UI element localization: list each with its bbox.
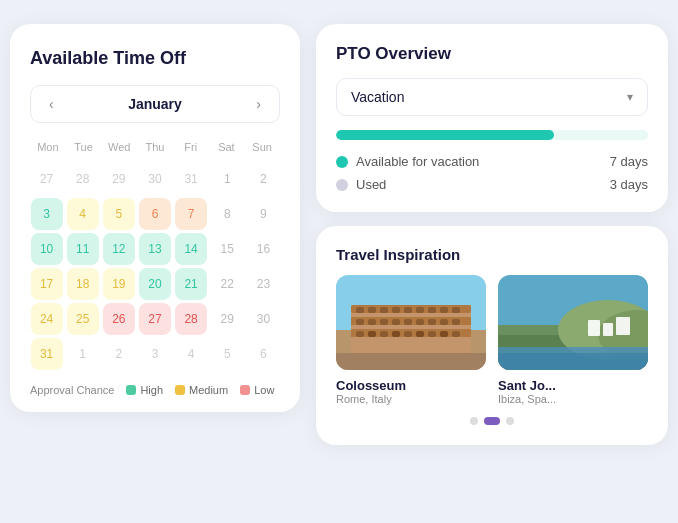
day-cell[interactable]: 18 (67, 268, 99, 300)
day-cell[interactable]: 3 (31, 198, 63, 230)
day-cell[interactable]: 9 (247, 198, 279, 230)
day-cell[interactable]: 7 (175, 198, 207, 230)
svg-rect-24 (356, 331, 364, 337)
pto-stat-row-0: Available for vacation7 days (336, 154, 648, 169)
day-cell[interactable]: 4 (67, 198, 99, 230)
svg-rect-33 (336, 353, 486, 370)
day-header-mon: Mon (30, 137, 66, 157)
day-cell[interactable]: 28 (67, 163, 99, 195)
day-cell[interactable]: 23 (247, 268, 279, 300)
calendar-header: ‹ January › (30, 85, 280, 123)
pto-stat-left-1: Used (336, 177, 386, 192)
day-cell[interactable]: 15 (211, 233, 243, 265)
pagination-dot-0[interactable] (470, 417, 478, 425)
day-cell[interactable]: 1 (211, 163, 243, 195)
day-cell[interactable]: 2 (103, 338, 135, 370)
progress-bar-container (336, 130, 648, 140)
vacation-dropdown[interactable]: Vacation ▾ (336, 78, 648, 116)
calendar-grid: MonTueWedThuFriSatSun 272829303112345678… (30, 137, 280, 370)
day-cell[interactable]: 10 (31, 233, 63, 265)
svg-rect-31 (440, 331, 448, 337)
day-cell[interactable]: 4 (175, 338, 207, 370)
santjo-image (498, 275, 648, 370)
high-legend-label: High (140, 384, 163, 396)
svg-rect-11 (416, 307, 424, 313)
day-cell[interactable]: 31 (31, 338, 63, 370)
pto-title: PTO Overview (336, 44, 648, 64)
day-cell[interactable]: 6 (139, 198, 171, 230)
santjo-name: Sant Jo... (498, 378, 648, 393)
legend-item-low: Low (240, 384, 274, 396)
svg-rect-7 (368, 307, 376, 313)
pto-stat-row-1: Used3 days (336, 177, 648, 192)
day-cell[interactable]: 1 (67, 338, 99, 370)
svg-rect-29 (416, 331, 424, 337)
day-cell[interactable]: 5 (103, 198, 135, 230)
pagination-dot-2[interactable] (506, 417, 514, 425)
day-cell[interactable]: 3 (139, 338, 171, 370)
svg-rect-43 (616, 317, 630, 335)
legend-title: Approval Chance (30, 384, 114, 396)
prev-month-button[interactable]: ‹ (45, 94, 58, 114)
svg-rect-42 (603, 323, 613, 336)
pto-dot-0 (336, 156, 348, 168)
travel-title: Travel Inspiration (336, 246, 648, 263)
svg-rect-12 (428, 307, 436, 313)
app-container: Available Time Off ‹ January › MonTueWed… (0, 0, 678, 523)
low-legend-label: Low (254, 384, 274, 396)
day-cell[interactable]: 26 (103, 303, 135, 335)
day-header-sun: Sun (244, 137, 280, 157)
svg-rect-9 (392, 307, 400, 313)
day-cell[interactable]: 14 (175, 233, 207, 265)
svg-rect-21 (428, 319, 436, 325)
santjo-location: Ibiza, Spa... (498, 393, 648, 405)
colosseum-image (336, 275, 486, 370)
day-cell[interactable]: 27 (31, 163, 63, 195)
svg-rect-16 (368, 319, 376, 325)
day-header-fri: Fri (173, 137, 209, 157)
next-month-button[interactable]: › (252, 94, 265, 114)
day-header-thu: Thu (137, 137, 173, 157)
day-cell[interactable]: 12 (103, 233, 135, 265)
day-cell[interactable]: 20 (139, 268, 171, 300)
day-cell[interactable]: 30 (247, 303, 279, 335)
pto-dot-1 (336, 179, 348, 191)
svg-rect-22 (440, 319, 448, 325)
day-cell[interactable]: 22 (211, 268, 243, 300)
svg-rect-13 (440, 307, 448, 313)
svg-rect-40 (498, 353, 648, 370)
svg-rect-8 (380, 307, 388, 313)
legend-item-medium: Medium (175, 384, 228, 396)
approval-legend: Approval Chance HighMediumLow (30, 384, 280, 396)
day-cell[interactable]: 6 (247, 338, 279, 370)
colosseum-location: Rome, Italy (336, 393, 486, 405)
day-cell[interactable]: 17 (31, 268, 63, 300)
day-cell[interactable]: 5 (211, 338, 243, 370)
day-cell[interactable]: 28 (175, 303, 207, 335)
day-cell[interactable]: 29 (211, 303, 243, 335)
day-cell[interactable]: 27 (139, 303, 171, 335)
travel-card-santjo[interactable]: Sant Jo... Ibiza, Spa... (498, 275, 648, 405)
pto-stat-label-0: Available for vacation (356, 154, 479, 169)
day-cell[interactable]: 19 (103, 268, 135, 300)
day-cell[interactable]: 8 (211, 198, 243, 230)
pto-stat-left-0: Available for vacation (336, 154, 479, 169)
day-cell[interactable]: 30 (139, 163, 171, 195)
pto-stat-value-0: 7 days (610, 154, 648, 169)
day-cell[interactable]: 24 (31, 303, 63, 335)
svg-rect-28 (404, 331, 412, 337)
pagination-dot-1[interactable] (484, 417, 500, 425)
day-cell[interactable]: 2 (247, 163, 279, 195)
day-cell[interactable]: 31 (175, 163, 207, 195)
day-cell[interactable]: 29 (103, 163, 135, 195)
svg-rect-32 (452, 331, 460, 337)
day-cell[interactable]: 13 (139, 233, 171, 265)
pagination-dots (336, 417, 648, 425)
travel-card-colosseum[interactable]: Colosseum Rome, Italy (336, 275, 486, 405)
day-cell[interactable]: 21 (175, 268, 207, 300)
day-cell[interactable]: 25 (67, 303, 99, 335)
progress-bar-fill (336, 130, 554, 140)
day-cell[interactable]: 11 (67, 233, 99, 265)
svg-rect-26 (380, 331, 388, 337)
day-cell[interactable]: 16 (247, 233, 279, 265)
